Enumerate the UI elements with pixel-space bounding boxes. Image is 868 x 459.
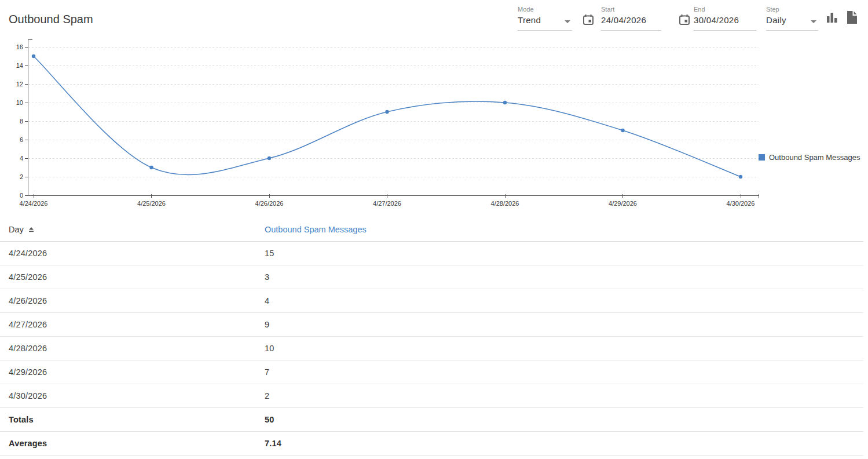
table-row: 4/24/202615 (0, 242, 863, 265)
column-header-day[interactable]: Day (0, 225, 265, 234)
day-cell: 4/29/2026 (0, 367, 265, 377)
day-cell: 4/25/2026 (0, 272, 265, 282)
chart-type-button[interactable] (826, 12, 838, 26)
averages-row: Averages7.14 (0, 432, 863, 456)
value-cell: 7.14 (265, 439, 863, 448)
day-column-label: Day (9, 225, 24, 234)
value-cell: 50 (265, 415, 863, 424)
table-body: 4/24/2026154/25/202634/26/202644/27/2026… (0, 242, 863, 456)
day-cell: 4/27/2026 (0, 320, 265, 329)
value-cell: 7 (265, 367, 863, 377)
chevron-down-icon (811, 20, 816, 23)
step-select[interactable]: Step Daily (766, 5, 818, 31)
svg-text:12: 12 (16, 81, 23, 88)
value-cell: 9 (265, 320, 863, 329)
line-chart-canvas[interactable]: 02468101214164/24/20264/25/20264/26/2026… (0, 35, 868, 214)
report-document-icon (847, 10, 858, 24)
svg-text:4/29/2026: 4/29/2026 (609, 200, 637, 207)
data-point-4/27/2026[interactable] (385, 110, 389, 114)
svg-text:4: 4 (20, 155, 23, 162)
page-title: Outbound Spam (9, 13, 93, 26)
start-date-calendar-button[interactable] (582, 13, 595, 26)
table-row: 4/29/20267 (0, 360, 863, 384)
data-point-4/29/2026[interactable] (621, 129, 624, 132)
end-value: 30/04/2026 (694, 15, 756, 25)
day-cell: Averages (0, 439, 265, 448)
legend-swatch (759, 154, 765, 161)
calendar-icon (678, 13, 691, 26)
table-row: 4/26/20264 (0, 289, 863, 313)
svg-text:4/25/2026: 4/25/2026 (137, 200, 166, 207)
trend-chart: 02468101214164/24/20264/25/20264/26/2026… (0, 35, 868, 214)
sort-ascending-icon (28, 227, 34, 232)
svg-text:10: 10 (16, 99, 23, 106)
end-date-field[interactable]: End 30/04/2026 (694, 5, 756, 31)
svg-text:14: 14 (16, 62, 23, 69)
calendar-icon (582, 13, 595, 26)
data-table: Day Outbound Spam Messages 4/24/2026154/… (0, 217, 863, 456)
svg-text:4/24/2026: 4/24/2026 (20, 200, 48, 207)
end-label: End (694, 5, 756, 13)
value-cell: 2 (265, 391, 863, 400)
svg-text:4/28/2026: 4/28/2026 (491, 200, 519, 207)
day-cell: 4/28/2026 (0, 344, 265, 353)
data-point-4/26/2026[interactable] (268, 156, 271, 160)
svg-text:4/30/2026: 4/30/2026 (727, 200, 755, 207)
day-cell: 4/30/2026 (0, 391, 265, 400)
svg-text:2: 2 (20, 173, 23, 180)
bar-chart-icon (826, 12, 838, 24)
mode-select[interactable]: Mode Trend (518, 5, 572, 31)
data-point-4/25/2026[interactable] (149, 166, 153, 169)
data-point-4/24/2026[interactable] (32, 54, 35, 58)
legend-label: Outbound Spam Messages (769, 153, 860, 162)
mode-label: Mode (518, 5, 572, 13)
table-header-row: Day Outbound Spam Messages (0, 217, 863, 242)
data-point-4/28/2026[interactable] (503, 101, 507, 104)
table-row: 4/30/20262 (0, 384, 863, 408)
end-date-calendar-button[interactable] (678, 13, 691, 26)
day-cell: 4/26/2026 (0, 296, 265, 305)
table-row: 4/27/20269 (0, 313, 863, 337)
svg-text:4/26/2026: 4/26/2026 (255, 200, 284, 207)
chart-legend: Outbound Spam Messages (759, 153, 860, 162)
day-cell: 4/24/2026 (0, 249, 265, 258)
svg-text:6: 6 (20, 136, 23, 143)
chevron-down-icon (565, 20, 570, 23)
start-value: 24/04/2026 (601, 15, 661, 25)
value-cell: 4 (265, 296, 863, 305)
mode-value: Trend (518, 15, 572, 25)
export-report-button[interactable] (847, 10, 858, 27)
value-cell: 3 (265, 272, 863, 282)
value-cell: 10 (265, 344, 863, 353)
start-label: Start (601, 5, 661, 13)
start-date-field[interactable]: Start 24/04/2026 (601, 5, 661, 31)
svg-text:4/27/2026: 4/27/2026 (373, 200, 401, 207)
svg-text:0: 0 (20, 192, 23, 199)
column-header-messages[interactable]: Outbound Spam Messages (265, 225, 863, 234)
totals-row: Totals50 (0, 408, 863, 432)
step-label: Step (766, 5, 818, 13)
value-cell: 15 (265, 249, 863, 258)
day-cell: Totals (0, 415, 265, 424)
data-point-4/30/2026[interactable] (739, 175, 742, 178)
table-row: 4/25/20263 (0, 265, 863, 289)
table-row: 4/28/202610 (0, 337, 863, 360)
svg-text:16: 16 (16, 43, 23, 50)
svg-text:8: 8 (20, 118, 23, 125)
